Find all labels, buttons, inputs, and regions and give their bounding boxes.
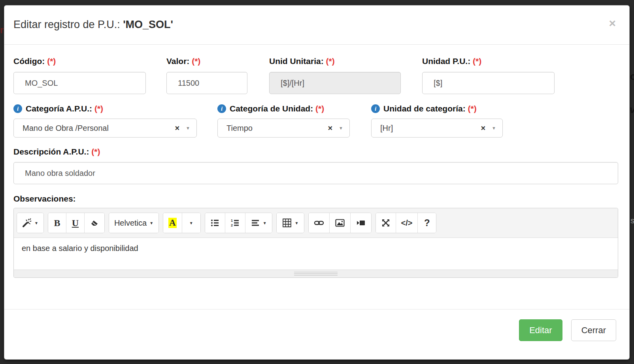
- valor-label-text: Valor:: [166, 57, 189, 66]
- chevron-down-icon: ▼: [149, 221, 153, 225]
- editar-button[interactable]: Editar: [519, 319, 562, 341]
- info-icon[interactable]: i: [371, 104, 380, 113]
- field-categoria-apu: i Categoría A.P.U.: (*) Mano de Obra /Pe…: [13, 104, 197, 138]
- required-marker: (*): [326, 57, 335, 66]
- help-button[interactable]: ?: [418, 213, 436, 233]
- background-fragment: s: [630, 216, 634, 225]
- field-valor: Valor: (*): [166, 57, 247, 94]
- video-button[interactable]: [351, 213, 371, 233]
- field-categoria-unidad: i Categoría de Unidad: (*) Tiempo × ▼: [217, 104, 350, 138]
- chevron-down-icon[interactable]: ▼: [186, 126, 190, 130]
- clear-selection-icon[interactable]: ×: [175, 124, 179, 133]
- cerrar-button[interactable]: Cerrar: [571, 319, 616, 341]
- chevron-down-icon[interactable]: ▼: [492, 126, 496, 130]
- font-color-icon: A: [168, 218, 177, 228]
- observaciones-label: Observaciones:: [13, 194, 618, 204]
- unid-unitaria-input: [269, 72, 401, 94]
- info-icon[interactable]: i: [13, 104, 22, 113]
- eraser-icon: [90, 218, 99, 228]
- unid-unitaria-label-text: Unid Unitaria:: [269, 57, 324, 66]
- bold-button[interactable]: B: [48, 213, 66, 233]
- observaciones-editor-area[interactable]: en base a salario y disponibilidad: [14, 238, 618, 270]
- svg-text:1: 1: [231, 219, 233, 223]
- chevron-down-icon[interactable]: ▼: [339, 126, 343, 130]
- fullscreen-button[interactable]: [376, 213, 396, 233]
- required-marker: (*): [468, 104, 477, 113]
- chevron-down-icon: ▼: [295, 221, 299, 225]
- descripcion-input[interactable]: [13, 162, 618, 184]
- field-unidad-pu: Unidad P.U.: (*): [422, 57, 555, 94]
- insert-group: [308, 213, 372, 233]
- required-marker: (*): [91, 147, 100, 156]
- font-family-dropdown[interactable]: Helvetica ▼: [109, 213, 158, 233]
- clear-formatting-button[interactable]: [85, 213, 104, 233]
- categoria-apu-select[interactable]: Mano de Obra /Personal × ▼: [13, 119, 197, 138]
- picture-icon: [335, 218, 345, 228]
- font-color-button[interactable]: A: [163, 213, 182, 233]
- magic-wand-icon: [22, 218, 32, 228]
- categoria-apu-label-text: Categoría A.P.U.:: [26, 104, 92, 113]
- paragraph-group: 1 2 ▼: [205, 213, 272, 233]
- table-group: ▼: [276, 213, 304, 233]
- richtext-editor: ▼ B U: [13, 208, 618, 278]
- underline-icon: U: [72, 218, 79, 228]
- picture-button[interactable]: [330, 213, 351, 233]
- background-fragment: r: [0, 25, 4, 36]
- background-fragment: c: [630, 70, 634, 83]
- categoria-apu-label: Categoría A.P.U.: (*): [26, 104, 103, 113]
- editor-statusbar: [14, 270, 618, 277]
- categoria-apu-value: Mano de Obra /Personal: [23, 124, 175, 133]
- codigo-label: Código: (*): [13, 57, 146, 66]
- underline-button[interactable]: U: [66, 213, 85, 233]
- codeview-button[interactable]: </>: [396, 213, 418, 233]
- required-marker: (*): [473, 57, 481, 66]
- field-codigo: Código: (*): [13, 57, 146, 94]
- info-icon[interactable]: i: [217, 104, 226, 113]
- chevron-down-icon: ▼: [189, 221, 193, 225]
- field-unid-unitaria: Unid Unitaria: (*): [269, 57, 401, 94]
- paragraph-align-dropdown[interactable]: ▼: [245, 213, 272, 233]
- required-marker: (*): [47, 57, 56, 66]
- table-dropdown[interactable]: ▼: [277, 213, 304, 233]
- descripcion-label: Descripción A.P.U.: (*): [13, 147, 618, 157]
- field-unidad-categoria: i Unidad de categoría: (*) [Hr] × ▼: [371, 104, 503, 138]
- modal-body: Código: (*) Valor: (*) Unid Unitaria: (*…: [4, 57, 629, 278]
- codigo-input[interactable]: [13, 72, 146, 94]
- chevron-down-icon: ▼: [34, 221, 38, 225]
- categoria-unidad-label-text: Categoría de Unidad:: [230, 104, 313, 113]
- unordered-list-button[interactable]: [205, 213, 225, 233]
- ordered-list-button[interactable]: 1 2: [225, 213, 245, 233]
- font-style-group: B U: [48, 213, 105, 233]
- paragraph-align-icon: [251, 218, 260, 228]
- unidad-categoria-value: [Hr]: [380, 124, 481, 133]
- link-button[interactable]: [309, 213, 330, 233]
- categoria-unidad-value: Tiempo: [226, 124, 328, 133]
- unidad-pu-input[interactable]: [422, 72, 555, 94]
- ordered-list-icon: 1 2: [230, 218, 240, 228]
- categoria-unidad-select[interactable]: Tiempo × ▼: [217, 119, 350, 138]
- bold-icon: B: [54, 218, 60, 228]
- form-row-1: Código: (*) Valor: (*) Unid Unitaria: (*…: [13, 57, 618, 94]
- clear-selection-icon[interactable]: ×: [481, 124, 485, 133]
- unidad-pu-label-text: Unidad P.U.:: [422, 57, 470, 66]
- video-icon: [356, 218, 366, 228]
- font-color-dropdown[interactable]: ▼: [182, 213, 200, 233]
- modal-title-prefix: Editar registro de P.U.:: [13, 19, 123, 30]
- style-group: ▼: [17, 213, 44, 233]
- codeview-icon: </>: [401, 219, 413, 228]
- modal-title: Editar registro de P.U.: 'MO_SOL': [13, 19, 617, 31]
- unidad-categoria-label-text: Unidad de categoría:: [383, 104, 466, 113]
- field-observaciones: Observaciones: ▼: [13, 194, 618, 278]
- valor-input[interactable]: [166, 72, 247, 94]
- required-marker: (*): [192, 57, 200, 66]
- unordered-list-icon: [210, 218, 220, 228]
- unidad-categoria-select[interactable]: [Hr] × ▼: [371, 119, 503, 138]
- modal-header: Editar registro de P.U.: 'MO_SOL' ×: [4, 6, 629, 45]
- clear-selection-icon[interactable]: ×: [328, 124, 332, 133]
- magic-wand-style-button[interactable]: ▼: [17, 213, 43, 233]
- resize-handle[interactable]: [294, 272, 338, 275]
- editor-toolbar: ▼ B U: [14, 208, 618, 238]
- edit-pu-modal: Editar registro de P.U.: 'MO_SOL' × Códi…: [4, 5, 630, 360]
- close-icon[interactable]: ×: [609, 17, 616, 29]
- form-row-2: i Categoría A.P.U.: (*) Mano de Obra /Pe…: [13, 104, 618, 138]
